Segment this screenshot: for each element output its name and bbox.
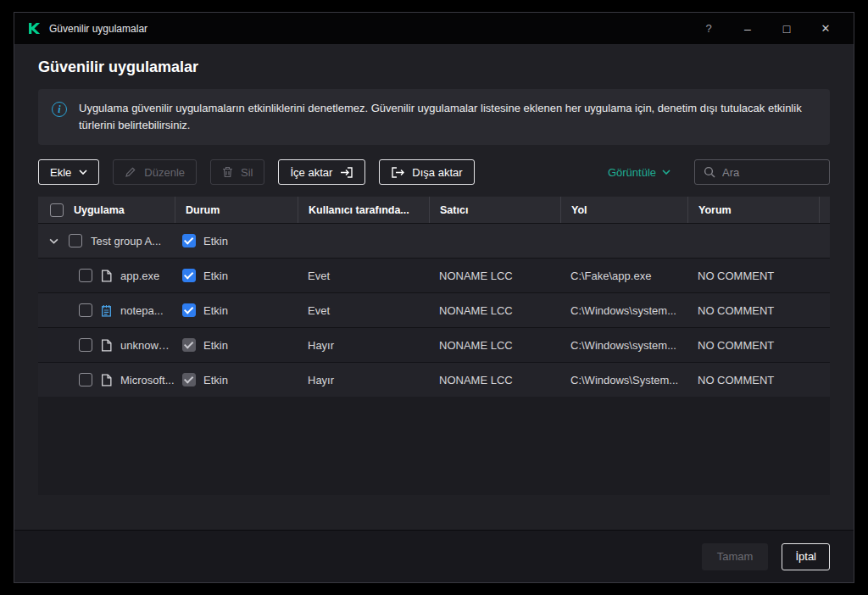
user-defined-value: Evet [298,304,429,317]
export-icon [391,166,404,179]
app-window: Güvenilir uygulamalar ? – □ ✕ Güvenilir … [14,12,854,583]
delete-button[interactable]: Sil [210,159,264,185]
table-empty-area [38,397,830,495]
comment-value: NO COMMENT [687,304,819,317]
path-value: C:\Windows\System... [560,374,687,386]
comment-value: NO COMMENT [687,270,819,282]
application-name: unknown.... [120,339,175,352]
table-row[interactable]: notepa... Etkin Evet NONAME LCC C:\Windo… [38,292,830,327]
row-checkbox[interactable] [79,269,92,282]
user-defined-value: Evet [298,270,429,282]
help-button[interactable]: ? [689,13,728,44]
header-path[interactable]: Yol [560,197,687,223]
comment-value: NO COMMENT [687,374,819,386]
page-title: Güvenilir uygulamalar [38,58,830,76]
path-value: C:\Windows\system... [560,339,687,352]
status-label: Etkin [203,304,228,317]
edit-button[interactable]: Düzenle [113,159,197,185]
table-row[interactable]: unknown.... Etkin Hayır NONAME LCC C:\Wi… [38,327,830,362]
header-comment[interactable]: Yorum [687,197,819,223]
comment-value: NO COMMENT [687,339,819,352]
row-checkbox[interactable] [79,303,92,317]
file-icon [101,339,112,352]
vendor-value: NONAME LCC [429,304,560,317]
search-input[interactable] [722,166,821,179]
add-button[interactable]: Ekle [38,159,99,185]
header-user-defined[interactable]: Kullanıcı tarafında... [298,197,429,223]
collapse-chevron-icon[interactable] [47,238,60,244]
row-checkbox[interactable] [69,234,82,247]
header-application[interactable]: Uygulama [38,197,175,223]
info-icon: i [52,102,67,117]
titlebar-left: Güvenilir uygulamalar [28,22,147,35]
path-value: C:\Windows\system... [560,304,687,317]
chevron-down-icon [662,170,670,175]
group-name: Test group A... [91,235,161,247]
info-banner: i Uygulama güvenilir uygulamaların etkin… [38,89,830,145]
header-vendor[interactable]: Satıcı [429,197,560,223]
user-defined-value: Hayır [298,374,429,386]
application-name: notepa... [120,304,164,317]
table-header: Uygulama Durum Kullanıcı tarafında... Sa… [38,197,830,223]
pencil-icon [125,166,136,178]
vendor-value: NONAME LCC [429,339,560,352]
table-row[interactable]: Microsoft... Etkin Hayır NONAME LCC C:\W… [38,362,830,397]
titlebar: Güvenilir uygulamalar ? – □ ✕ [14,13,854,44]
row-checkbox[interactable] [79,338,92,352]
applications-table: Uygulama Durum Kullanıcı tarafında... Sa… [38,197,830,495]
ok-button[interactable]: Tamam [702,543,769,570]
file-icon [101,270,112,282]
application-name: Microsoft... [120,374,175,386]
footer: Tamam İptal [14,530,854,582]
status-checkbox[interactable] [182,373,196,386]
status-checkbox[interactable] [182,338,196,352]
select-all-checkbox[interactable] [50,203,64,217]
maximize-button[interactable]: □ [767,13,806,44]
status-label: Etkin [203,339,228,352]
path-value: C:\Fake\app.exe [560,270,687,282]
vendor-value: NONAME LCC [429,270,560,282]
window-title: Güvenilir uygulamalar [49,23,147,35]
file-icon [101,374,112,386]
cancel-button[interactable]: İptal [782,543,830,570]
table-group-row[interactable]: Test group A... Etkin [38,223,830,258]
search-icon [704,166,715,178]
toolbar: Ekle Düzenle Sil İçe aktar [38,159,830,185]
status-label: Etkin [203,374,228,386]
application-name: app.exe [120,270,159,282]
window-controls: ? – □ ✕ [689,13,845,44]
status-label: Etkin [203,270,228,282]
info-banner-text: Uygulama güvenilir uygulamaların etkinli… [79,100,816,134]
header-spacer [819,197,832,223]
table-row[interactable]: app.exe Etkin Evet NONAME LCC C:\Fake\ap… [38,258,830,292]
user-defined-value: Hayır [298,339,429,352]
minimize-button[interactable]: – [728,13,767,44]
kaspersky-logo-icon [28,22,41,35]
close-button[interactable]: ✕ [806,13,845,44]
vendor-value: NONAME LCC [429,374,560,386]
status-checkbox[interactable] [182,269,196,282]
search-box [694,159,830,185]
status-label: Etkin [203,235,228,247]
header-status[interactable]: Durum [175,197,298,223]
export-button[interactable]: Dışa aktar [379,159,474,185]
notepad-icon [101,304,112,317]
row-checkbox[interactable] [79,373,92,386]
status-checkbox[interactable] [182,303,196,317]
import-button[interactable]: İçe aktar [278,159,365,185]
chevron-down-icon [79,170,87,175]
view-dropdown[interactable]: Görüntüle [608,166,670,179]
status-checkbox[interactable] [182,234,196,247]
trash-icon [222,166,233,178]
import-icon [340,166,353,179]
main-content: Güvenilir uygulamalar i Uygulama güvenil… [14,44,854,530]
